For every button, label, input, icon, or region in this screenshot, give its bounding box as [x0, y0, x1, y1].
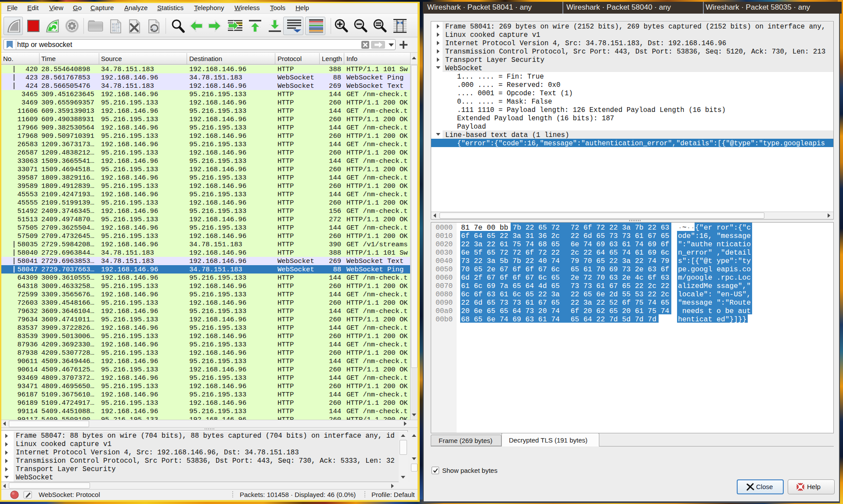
svg-text:0011: 0011: [112, 29, 119, 32]
